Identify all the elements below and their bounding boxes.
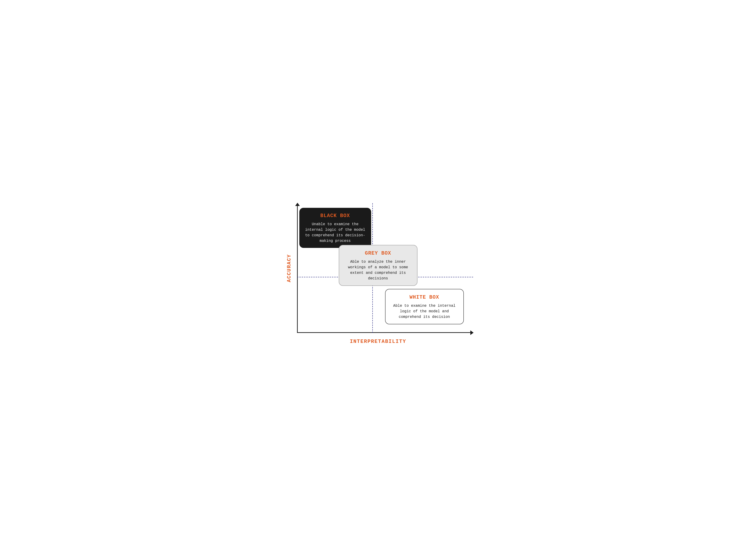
chart-container: ACCURACY INTERPRETABILITY BLACK BOX Unab… [283, 203, 473, 347]
y-axis [297, 203, 298, 333]
white-box-text: Able to examine the internal logic of th… [391, 303, 458, 320]
y-axis-label: ACCURACY [283, 203, 296, 333]
black-box-card: BLACK BOX Unable to examine the internal… [299, 208, 371, 248]
black-box-text: Unable to examine the internal logic of … [304, 221, 366, 244]
grey-box-text: Able to analyze the inner workings of a … [344, 259, 412, 281]
x-axis-label: INTERPRETABILITY [283, 339, 473, 345]
white-box-card: WHITE BOX Able to examine the internal l… [385, 289, 464, 324]
grey-box-card: GREY BOX Able to analyze the inner worki… [339, 245, 418, 286]
black-box-title: BLACK BOX [304, 212, 366, 220]
white-box-title: WHITE BOX [391, 294, 458, 301]
x-axis [297, 332, 473, 333]
grey-box-title: GREY BOX [344, 250, 412, 257]
